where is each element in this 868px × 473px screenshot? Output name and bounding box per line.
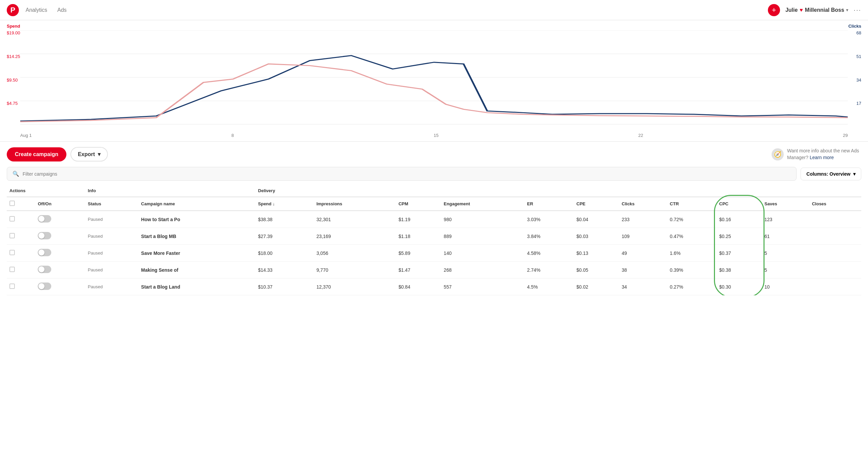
table-row: Paused Save More Faster $18.00 3,056 $5.… [7,245,861,262]
col-er: ER [525,197,574,211]
chart-right-axis-title: Clicks [848,24,861,29]
columns-button[interactable]: Columns: Overview ▾ [801,168,861,180]
x-label-4: 29 [843,133,848,138]
ads-manager-info: Want more info about the new Ads Manager… [787,148,861,161]
columns-label: Columns: Overview [806,171,850,177]
chevron-down-icon[interactable]: ▾ [846,8,848,12]
add-button[interactable]: + [768,4,780,16]
search-box: 🔍 [7,167,797,181]
y-left-1: $14.25 [7,54,20,59]
row-clicks: 233 [619,211,667,228]
col-cpc: CPC [717,197,762,211]
chart-y-labels-left: $19.00 $14.25 $9.50 $4.75 [7,30,20,124]
row-er: 2.74% [525,262,574,278]
row-spend: $18.00 [256,245,314,262]
row-cpc: $0.37 [717,245,762,262]
row-status: Paused [85,262,139,278]
table-row: Paused Making Sense of $14.33 9,770 $1.4… [7,262,861,278]
row-er: 4.5% [525,278,574,295]
row-toggle[interactable] [35,228,85,245]
row-status: Paused [85,278,139,295]
y-right-2: 34 [857,78,861,83]
row-cpc: $0.30 [717,278,762,295]
nav-analytics[interactable]: Analytics [26,7,47,13]
row-toggle[interactable] [35,278,85,295]
nav-ads[interactable]: Ads [57,7,67,13]
col-cpe: CPE [574,197,619,211]
row-checkbox[interactable] [7,228,35,245]
row-cpm: $1.47 [396,262,441,278]
row-engagement: 980 [441,211,524,228]
logo-char: P [10,6,16,14]
export-button[interactable]: Export ▾ [70,147,108,161]
col-group-info: Info [85,185,256,197]
more-options-button[interactable]: ··· [854,6,861,14]
row-cpc: $0.16 [717,211,762,228]
user-info[interactable]: Julie ♥ Millennial Boss ▾ [785,7,848,13]
compass-icon: 🧭 [772,148,784,160]
row-cpm: $1.19 [396,211,441,228]
row-saves: 5 [762,245,809,262]
row-closes [809,228,861,245]
brand-name: Millennial Boss [805,7,844,13]
row-engagement: 557 [441,278,524,295]
y-right-0: 68 [857,30,861,35]
row-ctr: 0.39% [667,262,716,278]
row-er: 3.84% [525,228,574,245]
row-campaign-name[interactable]: Start a Blog MB [139,228,256,245]
create-campaign-button[interactable]: Create campaign [7,147,66,161]
col-group-delivery: Delivery [256,185,861,197]
heart-icon: ♥ [800,7,803,13]
col-spend[interactable]: Spend ↓ [256,197,314,211]
row-ctr: 0.27% [667,278,716,295]
row-er: 4.58% [525,245,574,262]
row-spend: $38.38 [256,211,314,228]
chart-x-labels: Aug 1 8 15 22 29 [20,133,848,138]
row-cpe: $0.13 [574,245,619,262]
header-nav: Analytics Ads [26,7,67,13]
row-cpc: $0.38 [717,262,762,278]
chart-left-axis-title: Spend [7,24,20,29]
row-impressions: 23,169 [314,228,396,245]
row-impressions: 3,056 [314,245,396,262]
row-status: Paused [85,228,139,245]
row-saves: 61 [762,228,809,245]
export-label: Export [78,151,95,157]
row-cpe: $0.02 [574,278,619,295]
table-row: Paused Start a Blog Land $10.37 12,370 $… [7,278,861,295]
row-checkbox[interactable] [7,262,35,278]
row-cpe: $0.04 [574,211,619,228]
col-clicks: Clicks [619,197,667,211]
filter-campaigns-input[interactable] [23,171,791,177]
row-campaign-name[interactable]: Start a Blog Land [139,278,256,295]
learn-more-link[interactable]: Learn more [810,155,834,160]
row-spend: $14.33 [256,262,314,278]
table-wrapper: Actions Info Delivery Off/On Status Camp… [0,185,868,295]
user-name: Julie [785,7,798,13]
row-toggle[interactable] [35,262,85,278]
row-clicks: 49 [619,245,667,262]
row-toggle[interactable] [35,211,85,228]
col-checkbox [7,197,35,211]
row-checkbox[interactable] [7,211,35,228]
row-cpm: $1.18 [396,228,441,245]
row-ctr: 0.47% [667,228,716,245]
row-campaign-name[interactable]: Save More Faster [139,245,256,262]
pinterest-logo[interactable]: P [7,4,19,16]
row-toggle[interactable] [35,245,85,262]
row-cpe: $0.05 [574,262,619,278]
row-closes [809,278,861,295]
row-impressions: 12,370 [314,278,396,295]
row-engagement: 889 [441,228,524,245]
row-checkbox[interactable] [7,245,35,262]
col-status: Status [85,197,139,211]
row-impressions: 32,301 [314,211,396,228]
table-row: Paused How to Start a Po $38.38 32,301 $… [7,211,861,228]
export-chevron-icon: ▾ [98,151,100,157]
header-checkbox[interactable] [9,201,15,206]
row-checkbox[interactable] [7,278,35,295]
row-campaign-name[interactable]: How to Start a Po [139,211,256,228]
search-icon: 🔍 [12,171,19,177]
row-campaign-name[interactable]: Making Sense of [139,262,256,278]
row-clicks: 38 [619,262,667,278]
